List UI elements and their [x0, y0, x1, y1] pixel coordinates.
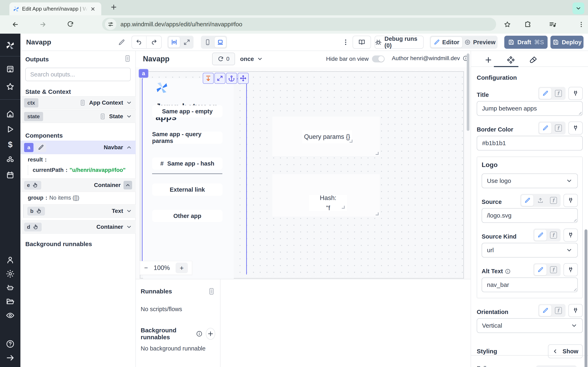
- info-icon[interactable]: [505, 268, 511, 274]
- static-input-button[interactable]: [534, 229, 547, 241]
- tab-component-settings[interactable]: [500, 54, 522, 66]
- current-path-row[interactable]: currentPath: "u/henri/navapp#foo": [28, 165, 126, 175]
- rename-pencil-icon[interactable]: [118, 39, 125, 46]
- nav-link-external[interactable]: External link: [152, 184, 223, 196]
- hash-container[interactable]: Hash: "f: [272, 174, 380, 217]
- resize-handle[interactable]: [350, 140, 352, 142]
- doc-panel-icon[interactable]: [123, 55, 131, 62]
- resize-handle[interactable]: [376, 212, 379, 215]
- forward-button[interactable]: [36, 17, 50, 32]
- move-button[interactable]: [238, 73, 249, 84]
- fx-input-button[interactable]: f: [547, 264, 560, 275]
- back-button[interactable]: [8, 17, 22, 32]
- tab-editor[interactable]: Editor: [431, 37, 462, 48]
- tab-styling[interactable]: [522, 54, 545, 66]
- url-bar[interactable]: app.windmill.dev/apps/edit/u/henri/navap…: [102, 18, 496, 31]
- bookmark-star-icon[interactable]: [500, 17, 515, 32]
- sidebar-item-workers[interactable]: [6, 283, 15, 292]
- component-right-bound[interactable]: [246, 78, 247, 275]
- run-mode-select[interactable]: once: [240, 54, 263, 64]
- centered-layout-button[interactable]: [168, 37, 180, 48]
- expand-button[interactable]: [214, 73, 225, 84]
- chevron-down-icon[interactable]: [126, 224, 132, 230]
- sidebar-collapse-icon[interactable]: [6, 353, 15, 362]
- alt-text-input[interactable]: nav_bar: [482, 277, 578, 292]
- hide-bar-toggle[interactable]: [372, 55, 385, 62]
- search-input[interactable]: [25, 68, 131, 81]
- fx-input-button[interactable]: f: [552, 305, 565, 316]
- desktop-view-button[interactable]: [214, 37, 226, 48]
- edit-id-pencil-icon[interactable]: [35, 143, 46, 152]
- info-icon[interactable]: [196, 331, 203, 337]
- refresh-counter[interactable]: 0: [212, 53, 235, 65]
- sidebar-item-apps[interactable]: [6, 65, 15, 74]
- window-scrollbar[interactable]: [585, 229, 587, 367]
- reload-button[interactable]: [63, 17, 78, 32]
- nav-link-same-app-query-params[interactable]: Same app - query params: [152, 132, 223, 144]
- show-styling-button[interactable]: Show: [548, 344, 583, 358]
- source-input[interactable]: /logo.svg: [482, 208, 578, 223]
- canvas-scrollbar[interactable]: [467, 53, 469, 131]
- sidebar-item-home[interactable]: [6, 109, 15, 118]
- static-input-button[interactable]: [521, 195, 534, 206]
- extensions-icon[interactable]: [521, 17, 535, 32]
- component-left-bound[interactable]: [142, 78, 143, 275]
- browser-menu-icon[interactable]: [574, 17, 588, 32]
- tab-preview[interactable]: Preview: [463, 37, 497, 48]
- sidebar-item-folders[interactable]: [6, 297, 15, 306]
- border-color-input[interactable]: #b1b1b1: [477, 136, 583, 150]
- connect-plug-button[interactable]: [568, 304, 583, 317]
- source-kind-select[interactable]: url: [482, 243, 578, 258]
- resize-handle[interactable]: [376, 152, 379, 155]
- fullwidth-layout-button[interactable]: [181, 37, 193, 48]
- static-input-button[interactable]: [534, 264, 547, 275]
- connect-plug-button[interactable]: [563, 229, 578, 242]
- component-row-d[interactable]: d Container: [20, 220, 136, 234]
- query-params-text[interactable]: Query params {}: [302, 130, 352, 143]
- sidebar-item-resources[interactable]: [6, 155, 15, 164]
- deploy-button[interactable]: Deploy: [550, 36, 584, 49]
- mobile-view-button[interactable]: [202, 37, 214, 48]
- logo-select[interactable]: Use logo: [482, 174, 578, 188]
- sidebar-item-help[interactable]: [6, 340, 15, 349]
- fx-input-button[interactable]: f: [552, 88, 565, 99]
- add-background-runnable-button[interactable]: [206, 328, 215, 340]
- redo-button[interactable]: [147, 36, 161, 48]
- undo-button[interactable]: [132, 36, 147, 48]
- fx-input-button[interactable]: f: [547, 229, 560, 241]
- sidebar-item-runs[interactable]: [6, 125, 15, 134]
- static-input-button[interactable]: [539, 88, 552, 99]
- component-row-a[interactable]: a Navbar: [20, 141, 136, 154]
- sidebar-item-variables[interactable]: $: [6, 140, 15, 149]
- zoom-in-button[interactable]: +: [176, 263, 188, 273]
- zoom-out-button[interactable]: −: [144, 264, 148, 272]
- connect-plug-button[interactable]: [563, 194, 578, 207]
- sidebar-item-audit-logs[interactable]: [6, 311, 15, 320]
- tab-insert-component[interactable]: [477, 54, 500, 66]
- resize-handle[interactable]: [342, 206, 345, 209]
- component-row-b[interactable]: b Text: [23, 204, 136, 218]
- chevron-down-icon[interactable]: [126, 100, 132, 106]
- title-input[interactable]: Jump between apps: [477, 101, 583, 116]
- static-input-button[interactable]: [539, 122, 552, 134]
- component-row-e[interactable]: e Container: [20, 178, 136, 192]
- windmill-logo[interactable]: [6, 41, 15, 50]
- tab-search-button[interactable]: [572, 2, 584, 14]
- nav-link-same-app-empty[interactable]: Same app - empty: [152, 105, 223, 117]
- connect-plug-button[interactable]: [568, 87, 583, 100]
- chevron-up-icon[interactable]: [123, 181, 132, 189]
- expand-down-button[interactable]: [203, 73, 214, 84]
- orientation-select[interactable]: Vertical: [477, 318, 583, 333]
- sidebar-item-settings[interactable]: [6, 269, 15, 278]
- nav-link-other-app[interactable]: Other app: [152, 210, 223, 222]
- upload-button[interactable]: [534, 195, 547, 206]
- chevron-down-icon[interactable]: [126, 208, 132, 214]
- hash-text[interactable]: Hash: "f: [309, 195, 347, 211]
- sidebar-item-schedules[interactable]: [6, 171, 15, 180]
- docs-button[interactable]: [353, 36, 371, 49]
- connect-plug-button[interactable]: [568, 122, 583, 134]
- nav-link-same-app-hash[interactable]: # Same app - hash: [152, 157, 223, 170]
- output-row-ctx[interactable]: ctx App Context: [20, 96, 136, 109]
- chevron-down-icon[interactable]: [126, 113, 132, 119]
- tab-close-icon[interactable]: [90, 6, 95, 12]
